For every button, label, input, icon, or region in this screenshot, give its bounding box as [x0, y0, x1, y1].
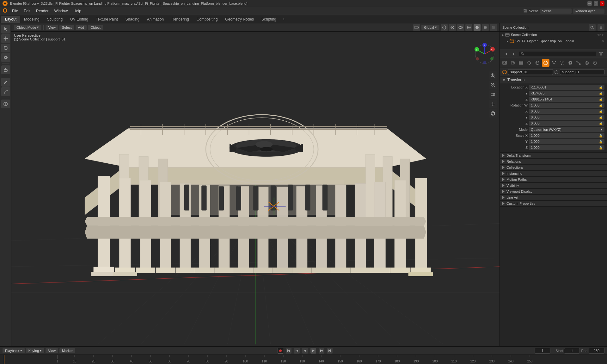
- toolbar-select-cursor[interactable]: [1, 25, 10, 33]
- scale-x-lock[interactable]: 🔒: [599, 134, 603, 137]
- rotation-y-lock[interactable]: 🔒: [599, 116, 603, 119]
- current-frame-input[interactable]: 1: [535, 348, 550, 354]
- jump-to-start-button[interactable]: [286, 348, 291, 354]
- motion-paths-section[interactable]: Motion Paths: [500, 177, 607, 183]
- instancing-section[interactable]: Instancing: [500, 171, 607, 177]
- collection-item[interactable]: ▸ Sci_Fi_Fighter_Spaceship_on_Landing_P …: [500, 38, 607, 44]
- props-tab-viewlayer[interactable]: [517, 59, 525, 67]
- menu-edit[interactable]: Edit: [21, 8, 33, 14]
- tab-rendering[interactable]: Rendering: [168, 16, 193, 23]
- toolbar-rotate[interactable]: [1, 44, 10, 52]
- scale-y-field[interactable]: 1.000 🔒: [529, 139, 604, 144]
- props-forward-button[interactable]: ▸: [511, 50, 518, 57]
- tab-animation[interactable]: Animation: [143, 16, 168, 23]
- viewport-camera-icon[interactable]: [413, 24, 420, 31]
- viewport[interactable]: Object Mode ▾ View Select Add Object: [11, 23, 500, 346]
- rotation-w-lock[interactable]: 🔒: [599, 104, 603, 107]
- outliner-filter-button[interactable]: [598, 24, 604, 31]
- tab-compositing[interactable]: Compositing: [193, 16, 222, 23]
- minimize-button[interactable]: —: [587, 1, 592, 6]
- location-y-lock[interactable]: 🔒: [599, 92, 603, 95]
- line-art-section[interactable]: Line Art: [500, 195, 607, 201]
- view-menu-button-tl[interactable]: View: [46, 348, 58, 353]
- transform-header[interactable]: Transform: [500, 76, 607, 83]
- props-tab-modifier[interactable]: [550, 59, 558, 67]
- collections-section[interactable]: Collections: [500, 165, 607, 171]
- location-x-field[interactable]: -11.45001 🔒: [529, 85, 604, 90]
- proportional-edit-icon[interactable]: [449, 24, 456, 31]
- rotation-x-field[interactable]: 0.000 🔒: [529, 109, 604, 114]
- location-x-lock[interactable]: 🔒: [599, 86, 603, 89]
- tab-uv-editing[interactable]: UV Editing: [66, 16, 92, 23]
- jump-to-end-button[interactable]: [327, 348, 333, 354]
- renderlayer-selector[interactable]: RenderLayer: [573, 9, 604, 14]
- location-y-field[interactable]: -3.74075 🔒: [529, 91, 604, 96]
- orbit-button[interactable]: [489, 109, 497, 118]
- scale-y-lock[interactable]: 🔒: [599, 140, 603, 143]
- viewport-canvas[interactable]: X Y Z: [11, 32, 500, 346]
- step-forward-button[interactable]: [319, 348, 324, 354]
- props-tab-render[interactable]: [501, 59, 508, 67]
- tab-shading[interactable]: Shading: [122, 16, 143, 23]
- toolbar-move[interactable]: [1, 34, 10, 43]
- shading-material-icon[interactable]: [482, 24, 489, 31]
- tab-modeling[interactable]: Modeling: [20, 16, 43, 23]
- menu-render[interactable]: Render: [34, 8, 51, 14]
- object-data-name-field[interactable]: support_01: [560, 69, 605, 75]
- props-tab-object-data[interactable]: [583, 59, 591, 67]
- play-forward-button[interactable]: [310, 348, 316, 354]
- toolbar-transform[interactable]: [1, 65, 10, 74]
- viewport-display-section[interactable]: Viewport Display: [500, 189, 607, 195]
- zoom-out-button[interactable]: [489, 81, 497, 89]
- menu-file[interactable]: File: [9, 8, 21, 14]
- scale-x-field[interactable]: 1.000 🔒: [529, 133, 604, 138]
- object-menu-button[interactable]: Object: [88, 25, 103, 30]
- tab-layout[interactable]: Layout: [1, 16, 20, 23]
- view-menu-button[interactable]: View: [46, 25, 58, 30]
- relations-section[interactable]: Relations: [500, 159, 607, 165]
- collection-visibility-icon[interactable]: 👁: [601, 39, 604, 43]
- toolbar-annotate[interactable]: [1, 78, 10, 87]
- props-tab-constraints[interactable]: [575, 59, 582, 67]
- tab-geometry-nodes[interactable]: Geometry Nodes: [221, 16, 258, 23]
- rotation-x-lock[interactable]: 🔒: [599, 110, 603, 113]
- location-z-field[interactable]: -39915.21484 🔒: [529, 97, 604, 102]
- props-search-box[interactable]: [519, 51, 596, 56]
- props-tab-material[interactable]: [591, 59, 599, 67]
- playback-menu-button[interactable]: Playback ▾: [3, 348, 25, 353]
- rotation-y-field[interactable]: 0.000 🔒: [529, 115, 604, 120]
- props-tab-particles[interactable]: [558, 59, 566, 67]
- props-back-button[interactable]: ◂: [502, 50, 509, 57]
- play-reverse-button[interactable]: [302, 348, 308, 354]
- mode-select-button[interactable]: Object Mode ▾: [14, 25, 41, 30]
- select-menu-button[interactable]: Select: [59, 25, 74, 30]
- props-tab-world[interactable]: [534, 59, 541, 67]
- add-menu-button[interactable]: Add: [76, 25, 87, 30]
- record-button[interactable]: [278, 348, 283, 354]
- shading-rendered-icon[interactable]: [490, 24, 497, 31]
- rotation-w-field[interactable]: 1.000 🔒: [529, 103, 604, 108]
- toolbar-scale[interactable]: [1, 53, 10, 62]
- tab-sculpting[interactable]: Sculpting: [43, 16, 66, 23]
- object-name-field[interactable]: support_01: [508, 69, 553, 75]
- close-button[interactable]: ✕: [600, 1, 604, 6]
- maximize-button[interactable]: □: [594, 1, 598, 6]
- tab-texture-paint[interactable]: Texture Paint: [92, 16, 122, 23]
- snap-icon[interactable]: [441, 24, 448, 31]
- props-filter-button[interactable]: [598, 50, 604, 57]
- scale-z-lock[interactable]: 🔒: [599, 146, 603, 149]
- frame-start-input[interactable]: 1: [564, 348, 580, 354]
- shading-wireframe-icon[interactable]: [465, 24, 472, 31]
- outliner-search-button[interactable]: [589, 24, 596, 31]
- rotation-mode-dropdown[interactable]: Quaternion (WXYZ) ▾: [529, 127, 604, 132]
- pan-button[interactable]: [489, 100, 497, 108]
- props-tab-physics[interactable]: [567, 59, 574, 67]
- timeline-ruler[interactable]: 1 10 20 30 40 50: [0, 355, 607, 364]
- location-z-lock[interactable]: 🔒: [599, 98, 603, 101]
- props-tab-output[interactable]: [509, 59, 517, 67]
- add-workspace-button[interactable]: +: [280, 16, 287, 23]
- frame-end-input[interactable]: 250: [589, 348, 604, 354]
- menu-window[interactable]: Window: [52, 8, 70, 14]
- toolbar-add-cube[interactable]: [1, 100, 10, 108]
- menu-help[interactable]: Help: [71, 8, 84, 14]
